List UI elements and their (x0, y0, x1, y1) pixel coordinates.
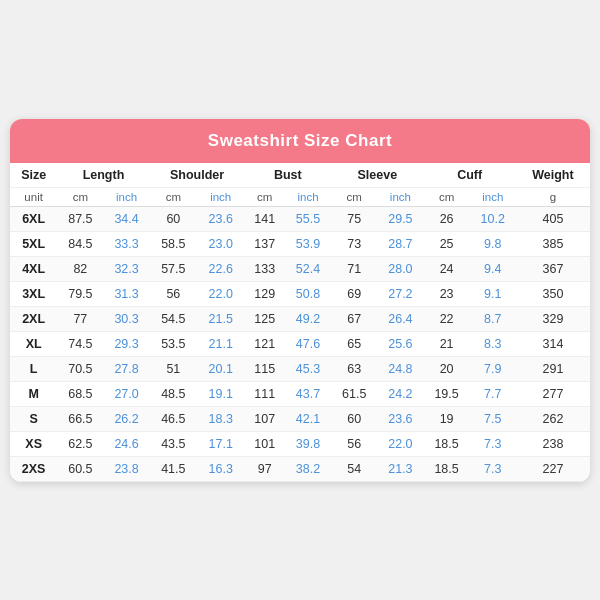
cell-shoulder-inch: 23.6 (197, 206, 244, 231)
cell-shoulder-cm: 60 (150, 206, 197, 231)
cell-bust-cm: 129 (244, 281, 285, 306)
bust-inch-label: inch (285, 187, 331, 206)
cell-cuff-cm: 20 (424, 356, 470, 381)
cell-sleeve-inch: 22.0 (377, 431, 423, 456)
weight-unit-label: g (516, 187, 590, 206)
cell-shoulder-cm: 53.5 (150, 331, 197, 356)
cell-size: S (10, 406, 57, 431)
size-chart-table: Size Length Shoulder Bust Sleeve Cuff We… (10, 163, 590, 482)
cell-cuff-cm: 21 (424, 331, 470, 356)
cell-weight: 405 (516, 206, 590, 231)
cell-length-cm: 62.5 (57, 431, 103, 456)
cell-length-inch: 24.6 (103, 431, 149, 456)
cell-shoulder-inch: 17.1 (197, 431, 244, 456)
cell-size: L (10, 356, 57, 381)
cell-size: XL (10, 331, 57, 356)
cell-size: 3XL (10, 281, 57, 306)
table-row: 2XS 60.5 23.8 41.5 16.3 97 38.2 54 21.3 … (10, 456, 590, 481)
cell-cuff-inch: 10.2 (470, 206, 516, 231)
cell-size: 2XL (10, 306, 57, 331)
cell-shoulder-cm: 41.5 (150, 456, 197, 481)
table-row: XS 62.5 24.6 43.5 17.1 101 39.8 56 22.0 … (10, 431, 590, 456)
cell-sleeve-inch: 25.6 (377, 331, 423, 356)
cell-length-inch: 29.3 (103, 331, 149, 356)
cell-sleeve-inch: 24.2 (377, 381, 423, 406)
cell-size: 6XL (10, 206, 57, 231)
cell-length-cm: 68.5 (57, 381, 103, 406)
cell-cuff-inch: 9.8 (470, 231, 516, 256)
cell-weight: 367 (516, 256, 590, 281)
cell-length-inch: 34.4 (103, 206, 149, 231)
cell-length-cm: 79.5 (57, 281, 103, 306)
sleeve-cm-label: cm (331, 187, 377, 206)
cell-cuff-inch: 7.7 (470, 381, 516, 406)
cell-shoulder-inch: 16.3 (197, 456, 244, 481)
cell-length-inch: 23.8 (103, 456, 149, 481)
cell-sleeve-inch: 29.5 (377, 206, 423, 231)
cell-shoulder-inch: 23.0 (197, 231, 244, 256)
sleeve-inch-label: inch (377, 187, 423, 206)
unit-label: unit (10, 187, 57, 206)
cell-shoulder-cm: 56 (150, 281, 197, 306)
cell-shoulder-cm: 48.5 (150, 381, 197, 406)
table-row: 3XL 79.5 31.3 56 22.0 129 50.8 69 27.2 2… (10, 281, 590, 306)
cell-bust-inch: 55.5 (285, 206, 331, 231)
cell-shoulder-cm: 54.5 (150, 306, 197, 331)
cell-bust-cm: 111 (244, 381, 285, 406)
cell-weight: 262 (516, 406, 590, 431)
cell-weight: 277 (516, 381, 590, 406)
cell-cuff-inch: 9.4 (470, 256, 516, 281)
cell-shoulder-cm: 46.5 (150, 406, 197, 431)
cell-bust-cm: 133 (244, 256, 285, 281)
col-header-length: Length (57, 163, 149, 188)
cell-sleeve-inch: 27.2 (377, 281, 423, 306)
cell-cuff-inch: 7.9 (470, 356, 516, 381)
cell-length-cm: 82 (57, 256, 103, 281)
cell-sleeve-cm: 71 (331, 256, 377, 281)
col-header-weight: Weight (516, 163, 590, 188)
cell-bust-cm: 121 (244, 331, 285, 356)
cell-shoulder-cm: 58.5 (150, 231, 197, 256)
col-header-sleeve: Sleeve (331, 163, 423, 188)
cell-cuff-cm: 22 (424, 306, 470, 331)
cell-length-cm: 77 (57, 306, 103, 331)
cell-cuff-inch: 8.7 (470, 306, 516, 331)
chart-title: Sweatshirt Size Chart (10, 119, 590, 163)
col-header-size: Size (10, 163, 57, 188)
cell-length-inch: 26.2 (103, 406, 149, 431)
cell-cuff-cm: 24 (424, 256, 470, 281)
cell-length-cm: 84.5 (57, 231, 103, 256)
cell-weight: 385 (516, 231, 590, 256)
table-body: 6XL 87.5 34.4 60 23.6 141 55.5 75 29.5 2… (10, 206, 590, 481)
cell-length-inch: 30.3 (103, 306, 149, 331)
shoulder-inch-label: inch (197, 187, 244, 206)
cell-weight: 329 (516, 306, 590, 331)
cell-sleeve-inch: 23.6 (377, 406, 423, 431)
cell-cuff-cm: 26 (424, 206, 470, 231)
cell-bust-inch: 38.2 (285, 456, 331, 481)
bust-cm-label: cm (244, 187, 285, 206)
cell-sleeve-inch: 28.0 (377, 256, 423, 281)
cell-sleeve-inch: 24.8 (377, 356, 423, 381)
cell-shoulder-cm: 51 (150, 356, 197, 381)
cell-length-inch: 31.3 (103, 281, 149, 306)
cell-sleeve-cm: 67 (331, 306, 377, 331)
cell-sleeve-inch: 26.4 (377, 306, 423, 331)
cell-bust-inch: 49.2 (285, 306, 331, 331)
cell-size: 2XS (10, 456, 57, 481)
cell-shoulder-inch: 20.1 (197, 356, 244, 381)
cell-bust-cm: 97 (244, 456, 285, 481)
cell-cuff-cm: 19 (424, 406, 470, 431)
cell-sleeve-cm: 60 (331, 406, 377, 431)
cell-cuff-inch: 8.3 (470, 331, 516, 356)
cell-shoulder-inch: 21.1 (197, 331, 244, 356)
length-cm-label: cm (57, 187, 103, 206)
cuff-inch-label: inch (470, 187, 516, 206)
cell-bust-inch: 52.4 (285, 256, 331, 281)
cell-cuff-inch: 7.3 (470, 431, 516, 456)
cell-bust-inch: 43.7 (285, 381, 331, 406)
cell-sleeve-cm: 56 (331, 431, 377, 456)
cell-shoulder-cm: 57.5 (150, 256, 197, 281)
cell-length-cm: 66.5 (57, 406, 103, 431)
cell-shoulder-cm: 43.5 (150, 431, 197, 456)
